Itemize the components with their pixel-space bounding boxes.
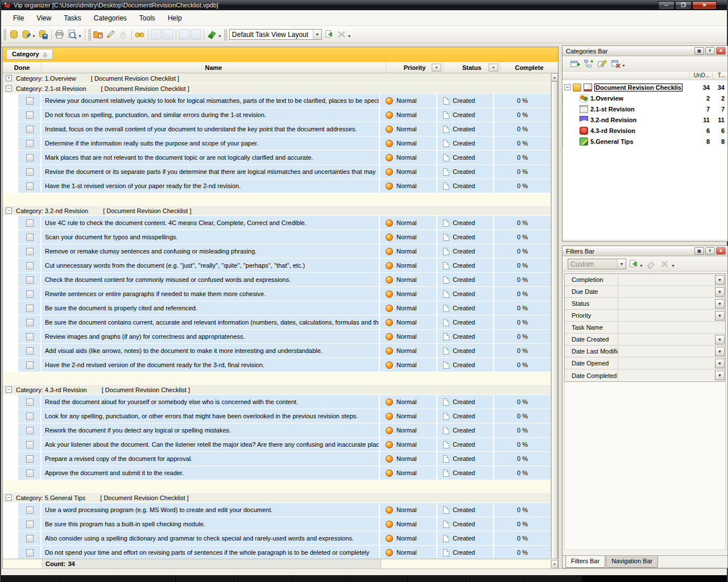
edit-task-icon[interactable] [105,28,117,41]
category-tree-row[interactable]: 1.Overview22 [562,93,727,103]
task-row[interactable]: Scan your document for typos and misspel… [3,230,551,244]
undone-column-header[interactable]: UnD... [689,72,712,80]
column-header-complete[interactable]: Complete [500,62,558,73]
task-row[interactable]: Review your document relatively quickly … [3,94,551,108]
scroll-down-icon[interactable]: ▼ [551,560,558,568]
menu-categories[interactable]: Categories [88,13,133,24]
taskbar-item[interactable] [524,576,581,582]
column-header-priority[interactable]: Priority ▼ [386,62,444,73]
tab-navigation-bar[interactable]: Navigation Bar [606,556,658,568]
new-subcategory-icon[interactable] [581,57,595,70]
task-row[interactable]: Cut unnecessary words from the document … [3,259,551,273]
category-label[interactable]: 1.Overview [590,95,623,102]
category-group-row[interactable]: −Category: 5.General Tips[ Document Revi… [3,493,551,503]
filter-preset-dropdown[interactable]: ▼ [617,259,626,269]
menu-view[interactable]: View [30,13,57,24]
categories-pin-icon[interactable]: 🖈 [705,47,715,55]
task-row[interactable]: Be sure the document contains current, a… [3,315,551,330]
done-checkbox[interactable] [26,455,34,463]
category-group-row[interactable]: −Category: 2.1-st Revision[ Document Rev… [3,84,551,94]
layout-combobox[interactable]: Default Task View Layout ▼ [229,29,322,40]
done-checkbox[interactable] [26,398,34,406]
vertical-scrollbar[interactable]: ▲ ▼ [551,73,558,568]
taskbar[interactable] [1,575,727,582]
task-row[interactable]: Rework the document if you detect any lo… [3,423,551,438]
task-row[interactable]: Instead, focus on the overall content of… [3,122,551,136]
apply-filter-dropdown[interactable]: ▼ [639,264,643,268]
done-checkbox[interactable] [26,154,34,161]
categories-toolbar-dropdown[interactable]: ▼ [622,64,626,68]
layout-combobox-dropdown[interactable]: ▼ [313,30,321,39]
done-checkbox[interactable] [26,97,34,105]
taskbar-item[interactable] [2,576,59,582]
filter-dropdown-icon[interactable]: ▼ [715,299,725,309]
task-row[interactable]: Also consider using a spelling dictionar… [3,531,551,546]
toolbar-grip[interactable] [3,29,6,40]
task-row[interactable]: Read the document aloud for yourself or … [3,395,551,409]
done-checkbox[interactable] [26,126,34,133]
done-checkbox[interactable] [26,248,34,255]
category-tree-row[interactable]: 4.3-rd Revision66 [562,125,727,136]
edit-category-icon[interactable] [595,57,609,70]
taskbar-item[interactable] [408,576,465,582]
taskbar-item[interactable] [350,576,407,582]
group-by-category-chip[interactable]: Category △ [6,49,53,60]
priority-filter-button[interactable]: ▼ [432,64,441,72]
task-row[interactable]: Approve the document and submit it to th… [3,466,551,480]
column-header-done[interactable]: Done [3,62,42,73]
filter-dropdown-icon[interactable]: ▼ [715,287,725,297]
find-icon[interactable] [134,28,146,41]
restore-button[interactable]: ❐ [675,1,692,10]
filters-hide-icon[interactable]: ▣ [694,247,704,255]
clear-filter-icon[interactable] [644,257,658,270]
filter-dropdown-icon[interactable]: ▼ [715,275,725,285]
done-checkbox[interactable] [26,290,34,298]
done-checkbox[interactable] [26,262,34,269]
filters-close-icon[interactable]: ✕ [716,247,726,255]
task-row[interactable]: Mark places that are not relevant to the… [3,151,551,165]
category-tree-row[interactable]: 2.1-st Revision77 [562,103,727,114]
done-checkbox[interactable] [26,535,34,542]
task-row[interactable]: Prepare a revised copy of the document f… [3,452,551,466]
filter-preset-combobox[interactable]: Custom ▼ [568,259,626,269]
category-tree-row[interactable]: 3.2-nd Revision1111 [562,114,727,125]
save-layout-icon[interactable] [323,28,336,41]
done-checkbox[interactable] [26,361,34,369]
done-checkbox[interactable] [26,521,34,528]
menu-help[interactable]: Help [162,13,188,24]
task-row[interactable]: Use a word processing program (e.g. MS W… [3,503,551,517]
menu-file[interactable]: File [7,13,30,24]
scroll-up-icon[interactable]: ▲ [551,73,558,81]
done-checkbox[interactable] [26,111,34,119]
delete-category-icon[interactable] [609,57,622,70]
apply-filter-icon[interactable] [626,257,640,270]
task-row[interactable]: Determine if the information really suit… [3,136,551,151]
categories-hide-icon[interactable]: ▣ [694,47,704,55]
task-row[interactable]: Do not spend your time and effort on rev… [3,546,551,559]
done-checkbox[interactable] [26,506,34,514]
filter-dropdown-icon[interactable]: ▼ [715,311,725,321]
column-header-name[interactable]: Name [42,62,386,73]
task-row[interactable]: Add visual aids (like arrows, notes) to … [3,344,551,358]
close-button[interactable]: ✕ [692,1,717,10]
column-header-status[interactable]: Status ▼ [444,62,500,73]
task-row[interactable]: Ask your listener about the document. Ca… [3,438,551,452]
filter-dropdown-icon[interactable]: ▼ [715,371,725,380]
menu-tasks[interactable]: Tasks [57,13,88,24]
tab-filters-bar[interactable]: Filters Bar [565,556,605,568]
print-dropdown[interactable]: ▼ [78,34,82,38]
menu-tools[interactable]: Tools [133,13,162,24]
task-row[interactable]: Have the 2-nd revised version of the doc… [3,358,551,372]
taskbar-item[interactable] [292,576,349,582]
collapse-icon[interactable]: − [6,386,12,393]
category-tree-row[interactable]: −Document Revision Checklis3434 [562,82,727,93]
filter-dropdown-icon[interactable]: ▼ [715,359,725,368]
done-checkbox[interactable] [26,469,34,477]
minimize-button[interactable]: ─ [658,1,675,10]
filters-toolbar-dropdown[interactable]: ▼ [671,264,675,268]
task-row[interactable]: Rewrite sentences or entire paragraphs i… [3,287,551,301]
category-label[interactable]: 2.1-st Revision [590,106,635,113]
task-row[interactable]: Do not focus on spelling, punctuation, a… [3,108,551,122]
toolbar-overflow-dropdown[interactable]: ▼ [348,34,351,38]
open-database-dropdown[interactable]: ▼ [32,34,36,38]
